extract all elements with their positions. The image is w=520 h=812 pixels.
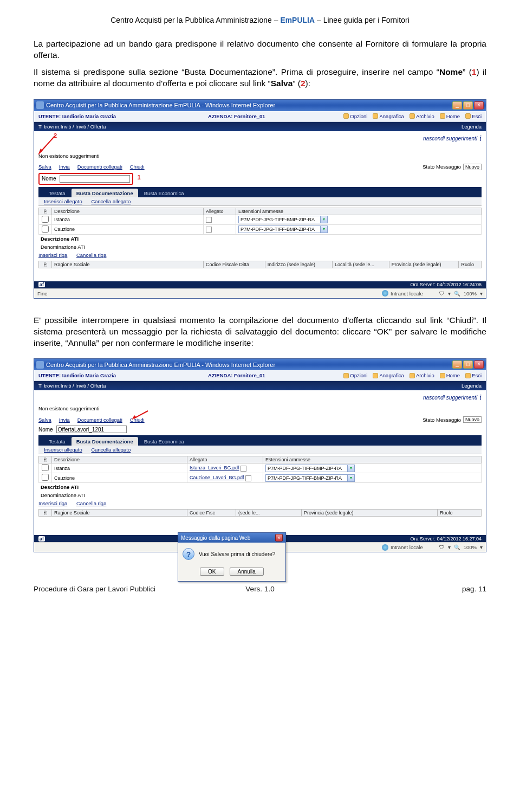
gear-icon — [343, 373, 349, 378]
toolbar-esci[interactable]: Esci — [465, 372, 482, 378]
attachment-link[interactable]: Istanza_Lavori_BG.pdf — [190, 465, 239, 471]
row-checkbox[interactable] — [42, 225, 49, 233]
toolbar-opzioni[interactable]: Opzioni — [343, 113, 367, 119]
minimize-button[interactable]: _ — [452, 360, 462, 369]
inserisci-riga-link[interactable]: Inserisci riga — [38, 252, 67, 258]
attachment-link[interactable]: Cauzione_Lavori_BG.pdf — [190, 475, 244, 480]
documenti-collegati-link[interactable]: Documenti collegati — [77, 164, 122, 170]
nome-input[interactable] — [56, 426, 127, 433]
row2-desc: Cauzione — [52, 224, 204, 234]
tab-testata[interactable]: Testata — [44, 189, 70, 197]
salva-link[interactable]: Salva — [38, 417, 51, 423]
stato-value: Nuovo — [463, 416, 482, 423]
breadcrumb: Ti trovi in:Inviti / Inviti / Offerta — [38, 124, 106, 130]
inserisci-allegato-link[interactable]: Inserisci allegato — [44, 198, 82, 204]
app-footer-bar: af Ora Server: 04/12/2012 16:24:06 — [34, 281, 486, 288]
toolbar-anagrafica[interactable]: Anagrafica — [373, 113, 404, 119]
inserisci-allegato-link[interactable]: Inserisci allegato — [44, 447, 82, 453]
row1-desc: Istanza — [52, 215, 204, 224]
ext-select[interactable]: P7M-PDF-JPG-TIFF-BMP-ZIP-RA▾ — [238, 216, 328, 223]
legenda-link[interactable]: Legenda — [461, 124, 482, 130]
screenshot-1: Centro Acquisti per la Pubblica Amminist… — [34, 99, 486, 299]
chiudi-link[interactable]: Chiudi — [130, 164, 145, 170]
callout-1-number: 1 — [138, 174, 141, 181]
toolbar-esci[interactable]: Esci — [465, 113, 482, 119]
ora-server: Ora Server: 04/12/2012 16:24:06 — [410, 282, 482, 287]
cancella-riga-link[interactable]: Cancella riga — [76, 500, 106, 506]
maximize-button[interactable]: □ — [463, 101, 473, 109]
annulla-button[interactable]: Annulla — [230, 568, 264, 576]
close-button[interactable]: × — [474, 101, 484, 109]
row-checkbox[interactable] — [42, 464, 49, 471]
tab-busta-documentazione[interactable]: Busta Documentazione — [72, 437, 138, 446]
col-provincia: Provincia (sede legale) — [302, 510, 438, 517]
close-button[interactable]: × — [474, 360, 484, 369]
minimize-button[interactable]: _ — [452, 101, 462, 109]
folder-icon — [410, 113, 415, 119]
ie-status-bar: Fine Intranet locale 🛡▾🔍100%▾ — [34, 288, 486, 298]
shield-icon: 🛡 — [439, 291, 445, 297]
nome-field: Nome — [38, 426, 127, 433]
chevron-down-icon: ▾ — [347, 465, 354, 472]
col-provincia: Provincia (sede legale) — [389, 261, 459, 268]
salva-link[interactable]: Salva — [38, 164, 51, 170]
cancella-riga-link[interactable]: Cancella riga — [76, 252, 106, 258]
attach-icon[interactable] — [240, 466, 246, 472]
toolbar-opzioni[interactable]: Opzioni — [343, 372, 367, 378]
paragraph-1: La partecipazione ad un bando gara predi… — [34, 38, 486, 61]
ok-button[interactable]: OK — [200, 568, 224, 576]
field-nome: Nome — [439, 67, 463, 76]
toolbar-home[interactable]: Home — [440, 113, 460, 119]
hide-suggestions[interactable]: nascondi suggerimenti — [423, 136, 477, 141]
zoom-icon: 🔍 — [454, 291, 460, 297]
ext-select[interactable]: P7M-PDF-JPG-TIFF-BMP-ZIP-RA▾ — [265, 465, 355, 472]
ext-select[interactable]: P7M-PDF-JPG-TIFF-BMP-ZIP-RA▾ — [265, 474, 355, 482]
zoom-value: 100% — [464, 291, 477, 297]
window-title: Centro Acquisti per la Pubblica Amminist… — [46, 102, 275, 108]
exit-icon — [465, 373, 471, 378]
nome-input[interactable] — [60, 175, 130, 183]
toolbar-archivio[interactable]: Archivio — [410, 372, 434, 378]
user-label: UTENTE: Iandiorio Maria Grazia — [38, 372, 116, 378]
intranet-label: Intranet locale — [391, 291, 423, 297]
maximize-button[interactable]: □ — [463, 360, 473, 369]
tab-busta-economica[interactable]: Busta Economica — [139, 437, 189, 446]
inserisci-riga-link[interactable]: Inserisci riga — [38, 500, 67, 506]
ext-select[interactable]: P7M-PDF-JPG-TIFF-BMP-ZIP-RA▾ — [238, 225, 328, 233]
invia-link[interactable]: Invia — [59, 417, 70, 423]
hide-suggestions[interactable]: nascondi suggerimenti — [423, 395, 477, 401]
col-cf: Codice Fiscale Ditta — [204, 261, 265, 268]
cancella-allegato-link[interactable]: Cancella allegato — [91, 447, 131, 453]
toolbar-home[interactable]: Home — [440, 372, 460, 378]
window-titlebar[interactable]: Centro Acquisti per la Pubblica Amminist… — [34, 359, 486, 370]
attach-icon[interactable] — [206, 227, 212, 233]
col-checkbox: ⎘ — [39, 456, 52, 463]
row-checkbox[interactable] — [42, 474, 49, 481]
documenti-collegati-link[interactable]: Documenti collegati — [77, 417, 122, 423]
dialog-close-button[interactable]: × — [275, 534, 283, 542]
legenda-link[interactable]: Legenda — [461, 383, 482, 389]
ie-icon — [36, 101, 44, 109]
tab-busta-economica[interactable]: Busta Economica — [139, 189, 189, 197]
cancella-allegato-link[interactable]: Cancella allegato — [91, 198, 131, 204]
attach-icon[interactable] — [245, 475, 251, 481]
question-icon: ? — [183, 548, 194, 560]
row-checkbox[interactable] — [42, 216, 49, 223]
tab-testata[interactable]: Testata — [44, 437, 70, 446]
window-titlebar[interactable]: Centro Acquisti per la Pubblica Amminist… — [34, 100, 486, 111]
chiudi-link[interactable]: Chiudi — [130, 417, 145, 423]
zone-icon — [382, 544, 388, 551]
col-checkbox: ⎘ — [39, 510, 52, 517]
dialog-titlebar[interactable]: Messaggio dalla pagina Web × — [178, 533, 285, 543]
stato-value: Nuovo — [463, 164, 482, 170]
col-indirizzo: Indirizzo (sede legale) — [265, 261, 332, 268]
table-row: Cauzione Cauzione_Lavori_BG.pdf P7M-PDF-… — [39, 473, 482, 483]
toolbar-archivio[interactable]: Archivio — [410, 113, 434, 119]
invia-link[interactable]: Invia — [59, 164, 70, 170]
header-left: Centro Acquisti per la Pubblica Amminist… — [110, 16, 280, 24]
attach-icon[interactable] — [206, 217, 212, 223]
status-fine: Fine — [37, 291, 47, 297]
header-right: – Linee guida per i Fornitori — [315, 16, 410, 24]
toolbar-anagrafica[interactable]: Anagrafica — [373, 372, 404, 378]
tab-busta-documentazione[interactable]: Busta Documentazione — [72, 189, 138, 197]
